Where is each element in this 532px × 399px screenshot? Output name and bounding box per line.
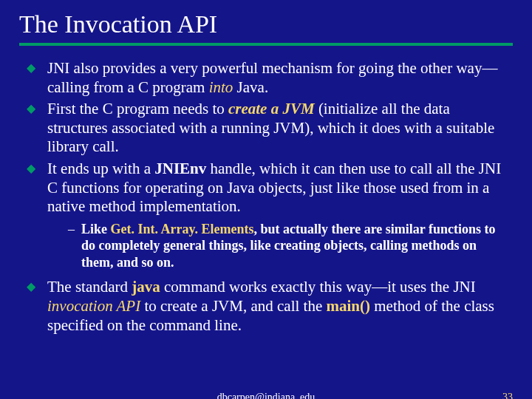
bullet-item: First the C program needs to create a JV… <box>25 100 510 157</box>
bullet-text: command works exactly this way—it uses t… <box>160 278 476 296</box>
bullet-text: The standard <box>47 278 132 296</box>
bullet-text: First the C program needs to <box>47 100 228 117</box>
highlight-java: java <box>132 278 160 296</box>
slide-title: The Invocation API <box>19 10 513 38</box>
sub-bullet-list: Like Get. Int. Array. Elements, but actu… <box>47 221 510 271</box>
bullet-text: to create a JVM, and call the <box>140 297 326 315</box>
footer-email: dbcarpen@indiana. edu <box>0 392 532 399</box>
highlight-invocation-api: invocation API <box>47 297 140 315</box>
bullet-item: JNI also provides a very powerful mechan… <box>25 59 510 97</box>
sub-bullet-text: Like <box>81 222 111 236</box>
bullet-item: It ends up with a JNIEnv handle, which i… <box>25 160 510 270</box>
bullet-text: JNI also provides a very powerful mechan… <box>47 59 497 96</box>
highlight-getintarrayelements: Get. Int. Array. Elements <box>111 222 254 236</box>
highlight-create-jvm: create a JVM <box>228 100 315 117</box>
bullet-text: It ends up with a <box>47 160 154 177</box>
highlight-jnienv: JNIEnv <box>154 160 206 177</box>
sub-bullet-item: Like Get. Int. Array. Elements, but actu… <box>68 221 510 271</box>
title-rule <box>19 43 513 46</box>
bullet-item: The standard java command works exactly … <box>25 278 510 335</box>
bullet-text: Java. <box>233 78 268 96</box>
highlight-main: main() <box>327 297 371 315</box>
slide: The Invocation API JNI also provides a v… <box>0 0 532 399</box>
highlight-into: into <box>209 78 233 96</box>
footer-page-number: 33 <box>502 392 513 399</box>
bullet-list: JNI also provides a very powerful mechan… <box>19 59 513 335</box>
